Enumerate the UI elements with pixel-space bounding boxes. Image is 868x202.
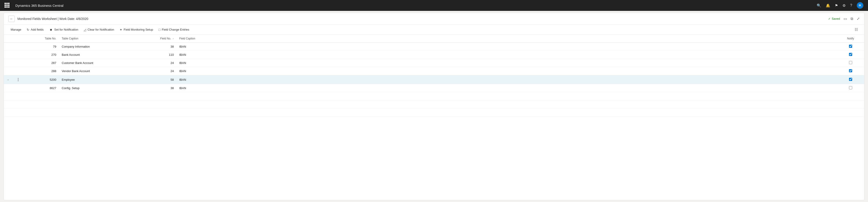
clear-for-notification-button[interactable]: ◿ Clear for Notification [81,27,116,33]
row-field-no: 24 [149,67,177,75]
row-arrow-cell [4,59,13,67]
row-menu-cell [13,43,23,51]
table-row[interactable]: 288Vendor Bank Account24IBAN [4,67,864,75]
row-arrow-icon: → [6,78,9,81]
app-title: Dynamics 365 Business Central [16,4,64,7]
row-menu-cell: ⋮ [13,75,23,84]
clear-notification-icon: ◿ [84,28,86,31]
row-field-caption: IBAN [177,75,837,84]
col-header-table-caption[interactable]: Table Caption [59,35,149,43]
row-field-no: 38 [149,43,177,51]
col-header-field-no[interactable]: Field No. ↑ [149,35,177,43]
toolbar: Manage ↻ Add fields ◾ Set for Notificati… [4,25,864,35]
page-container: ← Monitored Fields Worksheet | Work Date… [4,13,864,200]
set-for-notification-label: Set for Notification [54,28,78,31]
sort-asc-icon: ↑ [173,37,174,40]
clear-for-notification-label: Clear for Notification [88,28,114,31]
notify-checkbox[interactable] [849,86,852,89]
row-field-caption: IBAN [177,51,837,59]
row-table-no: 288 [23,67,59,75]
data-table-wrapper: Table No. Table Caption Field No. ↑ Fiel… [4,35,864,200]
help-icon[interactable]: ? [850,3,852,7]
row-context-menu-button[interactable]: ⋮ [16,77,20,82]
top-bar-icons: 🔍 🔔 ⚑ ⚙ ? IK [817,2,864,9]
col-header-field-caption[interactable]: Field Caption [177,35,837,43]
manage-label: Manage [11,28,21,31]
field-change-entries-label: Field Change Entries [162,28,189,31]
row-table-no: 5200 [23,75,59,84]
row-arrow-cell [4,51,13,59]
row-notify-cell [837,59,864,67]
row-notify-cell [837,51,864,59]
field-monitoring-icon: ✦ [120,28,122,31]
empty-row [4,108,864,117]
row-field-caption: IBAN [177,84,837,92]
row-table-caption: Bank Account [59,51,149,59]
notify-checkbox[interactable] [849,78,852,81]
add-fields-button[interactable]: ↻ Add fields [24,27,46,33]
row-menu-cell [13,59,23,67]
row-table-caption: Company Information [59,43,149,51]
app-launcher-icon[interactable] [4,3,10,8]
settings-icon[interactable]: ⚙ [842,3,846,8]
row-arrow-cell [4,84,13,92]
set-for-notification-button[interactable]: ◾ Set for Notification [47,27,81,33]
row-menu-cell [13,67,23,75]
expand-button[interactable]: ⤢ [857,17,860,21]
table-row[interactable]: →⋮5200Employee58IBAN [4,75,864,84]
notify-checkbox[interactable] [849,45,852,48]
row-menu-cell [13,84,23,92]
saved-indicator: ✓ Saved [828,17,840,20]
row-field-caption: IBAN [177,59,837,67]
row-table-caption: Vendor Bank Account [59,67,149,75]
top-navigation-bar: Dynamics 365 Business Central 🔍 🔔 ⚑ ⚙ ? … [0,0,868,11]
saved-label: Saved [832,17,840,20]
table-row[interactable]: 8627Config. Setup38IBAN [4,84,864,92]
col-header-table-no[interactable]: Table No. [23,35,59,43]
row-field-no: 38 [149,84,177,92]
filter-button[interactable]: ☷ [853,27,860,33]
row-table-no: 79 [23,43,59,51]
row-field-no: 110 [149,51,177,59]
notify-checkbox[interactable] [849,53,852,56]
col-header-notify[interactable]: Notify [837,35,864,43]
row-table-no: 287 [23,59,59,67]
table-header-row: Table No. Table Caption Field No. ↑ Fiel… [4,35,864,43]
row-field-no: 58 [149,75,177,84]
table-body: 79Company Information38IBAN270Bank Accou… [4,43,864,117]
field-monitoring-setup-button[interactable]: ✦ Field Monitoring Setup [117,27,155,33]
table-row[interactable]: 287Customer Bank Account24IBAN [4,59,864,67]
row-table-caption: Config. Setup [59,84,149,92]
manage-button[interactable]: Manage [8,27,24,32]
notify-checkbox[interactable] [849,69,852,72]
row-field-caption: IBAN [177,67,837,75]
field-monitoring-setup-label: Field Monitoring Setup [124,28,153,31]
back-button[interactable]: ← [8,16,15,22]
row-table-caption: Employee [59,75,149,84]
set-notification-icon: ◾ [49,28,53,31]
flag-icon[interactable]: ⚑ [835,3,838,8]
row-notify-cell [837,75,864,84]
row-arrow-cell: → [4,75,13,84]
row-notify-cell [837,84,864,92]
col-header-actions [13,35,23,43]
field-change-entries-button[interactable]: □ Field Change Entries [156,27,191,33]
row-arrow-cell [4,43,13,51]
user-avatar[interactable]: IK [857,2,864,9]
row-arrow-cell [4,67,13,75]
col-header-indicator [4,35,13,43]
table-row[interactable]: 79Company Information38IBAN [4,43,864,51]
notifications-icon[interactable]: 🔔 [826,3,830,8]
page-header: ← Monitored Fields Worksheet | Work Date… [4,13,864,25]
notify-checkbox[interactable] [849,61,852,64]
empty-row [4,92,864,100]
add-fields-label: Add fields [31,28,43,31]
search-icon[interactable]: 🔍 [817,3,821,8]
row-menu-cell [13,51,23,59]
bookmark-button[interactable]: ▭ [844,17,847,21]
header-actions: ✓ Saved ▭ ⧉ ⤢ [828,17,860,21]
open-in-new-button[interactable]: ⧉ [850,17,853,21]
row-notify-cell [837,67,864,75]
row-table-no: 270 [23,51,59,59]
table-row[interactable]: 270Bank Account110IBAN [4,51,864,59]
